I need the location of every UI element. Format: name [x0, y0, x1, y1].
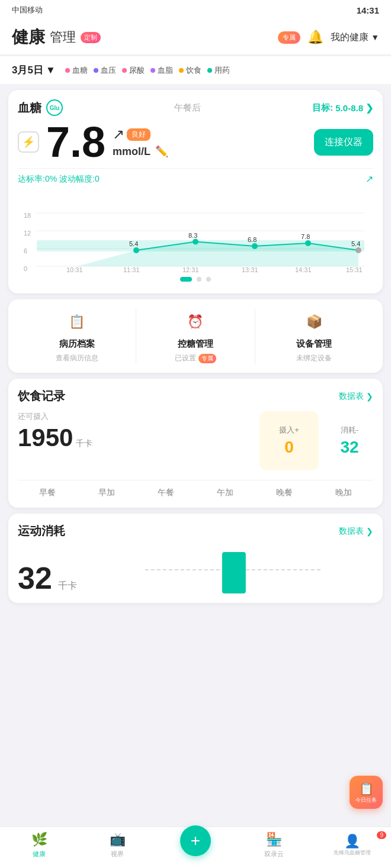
- diet-content: 还可摄入 1950 千卡 摄入+ 0 消耗- 32: [18, 411, 373, 470]
- meal-tab-0[interactable]: 早餐: [39, 488, 56, 498]
- connect-device-button[interactable]: 连接仪器: [314, 129, 373, 156]
- legend-item-0[interactable]: 血糖: [65, 65, 88, 76]
- svg-point-9: [133, 247, 139, 253]
- nav-item-vision[interactable]: 📺 视界: [78, 832, 156, 859]
- expand-icon[interactable]: ↗: [366, 173, 373, 185]
- legend-item-2[interactable]: 尿酸: [122, 65, 145, 76]
- health-nav-icon: 🌿: [31, 832, 47, 847]
- status-bar: 中国移动 14:31: [0, 0, 391, 20]
- action-title-2: 设备管理: [296, 338, 332, 350]
- svg-text:12: 12: [24, 230, 31, 237]
- add-button[interactable]: +: [180, 825, 211, 856]
- svg-point-15: [305, 240, 311, 246]
- exercise-bar-container: [95, 546, 373, 593]
- diet-data-table-label: 数据表: [339, 391, 364, 402]
- meal-tab-2[interactable]: 午餐: [158, 488, 174, 498]
- trend-arrow-icon: ↗: [113, 126, 124, 143]
- svg-text:14:31: 14:31: [295, 266, 312, 272]
- status-right: 14:31: [357, 5, 379, 15]
- nav-item-store[interactable]: 🏪 双录云: [235, 832, 313, 859]
- custom-badge: 定制: [81, 32, 101, 43]
- diet-calories-value: 1950: [18, 424, 73, 451]
- store-nav-label: 双录云: [264, 850, 284, 859]
- today-task-float-button[interactable]: 📋 今日任务: [350, 776, 383, 809]
- edit-icon[interactable]: ✏️: [155, 145, 168, 158]
- header-left: 健康 管理 定制: [12, 26, 101, 49]
- consume-box: 消耗- 32: [326, 411, 373, 470]
- exclusive-badge: 专属: [278, 31, 300, 44]
- profile-nav-badge: 9: [377, 831, 386, 839]
- svg-text:5.4: 5.4: [129, 240, 138, 247]
- date-text: 3月5日: [12, 63, 43, 77]
- target-arrow: ❯: [366, 102, 373, 114]
- store-nav-icon: 🏪: [266, 832, 282, 847]
- quick-actions: 📋 病历档案 查看病历信息 ⏰ 控糖管理 已设置专属 📦 设备管理 未绑定设备: [8, 299, 383, 373]
- exercise-data-table-link[interactable]: 数据表 ❯: [339, 526, 373, 537]
- header-right: 专属 🔔 我的健康 ▼: [278, 30, 379, 45]
- action-title-0: 病历档案: [59, 338, 95, 350]
- legend-item-1[interactable]: 血压: [94, 65, 116, 76]
- intake-box[interactable]: 摄入+ 0: [259, 411, 319, 470]
- bs-unit-group: ↗ 良好 mmol/L ✏️: [113, 126, 168, 158]
- svg-rect-26: [222, 552, 246, 593]
- task-icon: 📋: [359, 782, 374, 796]
- diet-remaining-label: 还可摄入: [18, 411, 252, 422]
- nav-item-profile[interactable]: 👤 先锋鸟血糖管理 9: [313, 834, 391, 857]
- legend-item-4[interactable]: 饮食: [179, 65, 201, 76]
- chevron-down-icon: ▼: [371, 33, 379, 42]
- svg-text:6: 6: [24, 247, 27, 254]
- exercise-calories-value: 32: [18, 561, 52, 595]
- diet-section: 饮食记录 数据表 ❯ 还可摄入 1950 千卡 摄入+ 0 消耗- 32 早餐早…: [8, 379, 383, 508]
- svg-text:11:31: 11:31: [123, 266, 140, 272]
- blood-sugar-value-row: ⚡ 7.8 ↗ 良好 mmol/L ✏️ 连接仪器: [18, 121, 373, 163]
- nav-item-health[interactable]: 🌿 健康: [0, 832, 78, 859]
- target-label: 目标:: [312, 102, 333, 114]
- diet-data-table-link[interactable]: 数据表 ❯: [339, 391, 373, 402]
- date-picker-button[interactable]: 3月5日 ▼: [12, 63, 56, 77]
- quick-action-0[interactable]: 📋 病历档案 查看病历信息: [18, 309, 136, 363]
- diet-header: 饮食记录 数据表 ❯: [18, 388, 373, 404]
- legend-item-3[interactable]: 血脂: [150, 65, 173, 76]
- quick-action-1[interactable]: ⏰ 控糖管理 已设置专属: [136, 309, 255, 363]
- profile-nav-label: 先锋鸟血糖管理: [334, 849, 371, 857]
- svg-text:5.4: 5.4: [351, 240, 360, 247]
- diet-title: 饮食记录: [18, 388, 65, 404]
- dot-3[interactable]: [206, 277, 211, 282]
- legend-items: 血糖血压尿酸血脂饮食用药: [65, 65, 230, 76]
- exercise-value-row: 32 千卡: [18, 546, 373, 593]
- meal-tab-1[interactable]: 早加: [98, 488, 115, 498]
- blood-sugar-card: 血糖 Glu 午餐后 目标: 5.0-8.8 ❯ ⚡ 7.8 ↗ 良好 mmol…: [8, 90, 383, 293]
- exercise-chart-svg: [95, 546, 373, 593]
- exercise-section: 运动消耗 数据表 ❯ 32 千卡: [8, 514, 383, 603]
- action-sub-2: 未绑定设备: [296, 353, 332, 363]
- today-task-label: 今日任务: [355, 797, 377, 804]
- exercise-data-table-label: 数据表: [339, 526, 364, 537]
- blood-sugar-stats-row: 达标率:0% 波动幅度:0 ↗: [18, 168, 373, 187]
- meal-tab-3[interactable]: 午加: [217, 488, 233, 498]
- legend-item-5[interactable]: 用药: [207, 65, 230, 76]
- exercise-title: 运动消耗: [18, 523, 65, 539]
- svg-text:18: 18: [24, 212, 31, 219]
- consume-value: 32: [340, 438, 358, 457]
- bluetooth-icon[interactable]: ⚡: [18, 131, 39, 153]
- dot-1[interactable]: [180, 277, 192, 282]
- svg-text:7.8: 7.8: [301, 233, 310, 240]
- target-value: 5.0-8.8: [335, 103, 363, 113]
- quick-action-2[interactable]: 📦 设备管理 未绑定设备: [255, 309, 373, 363]
- blood-sugar-title-group: 血糖 Glu: [18, 99, 63, 116]
- bell-icon[interactable]: 🔔: [307, 30, 323, 45]
- meal-tab-5[interactable]: 晚加: [335, 488, 352, 498]
- dot-2[interactable]: [197, 277, 201, 282]
- svg-text:0: 0: [24, 265, 27, 272]
- svg-text:8.3: 8.3: [188, 232, 197, 239]
- health-nav-label: 健康: [33, 850, 46, 859]
- vision-nav-label: 视界: [111, 850, 124, 859]
- header-subtitle: 管理: [50, 28, 76, 46]
- app-header: 健康 管理 定制 专属 🔔 我的健康 ▼: [0, 20, 391, 55]
- meal-tab-4[interactable]: 晚餐: [276, 488, 293, 498]
- exercise-arrow-icon: ❯: [366, 527, 373, 536]
- bottom-nav: 🌿 健康 📺 视界 + 🏪 双录云 👤 先锋鸟血糖管理 9: [0, 827, 391, 868]
- action-sub-1: 已设置专属: [175, 353, 216, 363]
- my-health-button[interactable]: 我的健康 ▼: [331, 31, 379, 44]
- nav-add-container: +: [156, 835, 235, 856]
